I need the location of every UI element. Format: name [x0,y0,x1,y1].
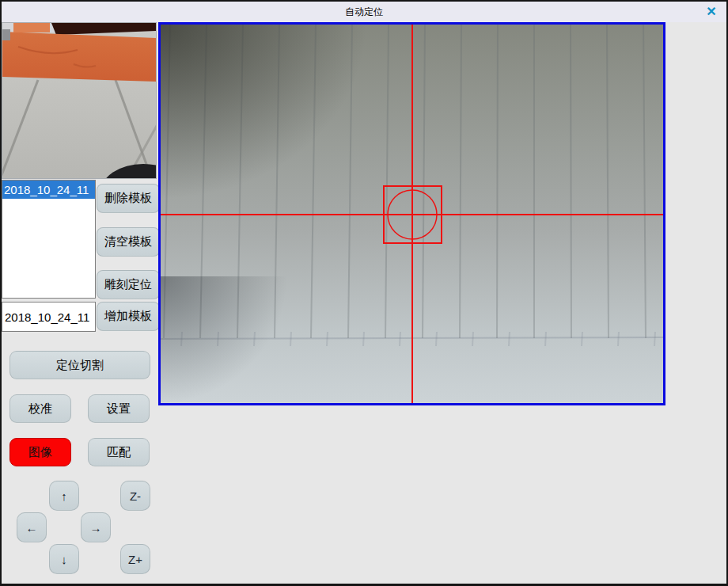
jog-left-button[interactable]: ← [17,512,47,542]
calibrate-button[interactable]: 校准 [9,394,71,423]
list-item[interactable]: 2018_10_24_11 [2,181,95,199]
jog-right-button[interactable]: → [81,512,111,542]
delete-template-button[interactable]: 删除模板 [97,184,160,213]
engrave-position-button[interactable]: 雕刻定位 [97,270,160,299]
image-button[interactable]: 图像 [9,438,71,466]
close-icon[interactable]: ✕ [703,4,720,20]
thumbnail-photo [2,23,156,178]
jog-down-button[interactable]: ↓ [49,544,79,574]
add-template-button[interactable]: 增加模板 [97,302,160,331]
z-plus-button[interactable]: Z+ [120,544,150,574]
position-cut-button[interactable]: 定位切割 [9,351,150,379]
template-name-input[interactable] [2,302,96,332]
clear-templates-button[interactable]: 清空模板 [97,227,160,257]
template-list[interactable]: 2018_10_24_11 [2,180,96,299]
auto-position-dialog: 自动定位 ✕ [0,0,728,586]
settings-button[interactable]: 设置 [88,394,150,423]
template-thumbnail[interactable] [2,22,157,179]
dialog-title: 自动定位 [345,6,383,19]
camera-view[interactable] [158,22,665,405]
z-minus-button[interactable]: Z- [120,481,150,511]
match-button[interactable]: 匹配 [88,438,150,466]
jog-up-button[interactable]: ↑ [49,481,79,511]
title-bar: 自动定位 ✕ [2,2,726,22]
camera-feed [161,25,663,403]
